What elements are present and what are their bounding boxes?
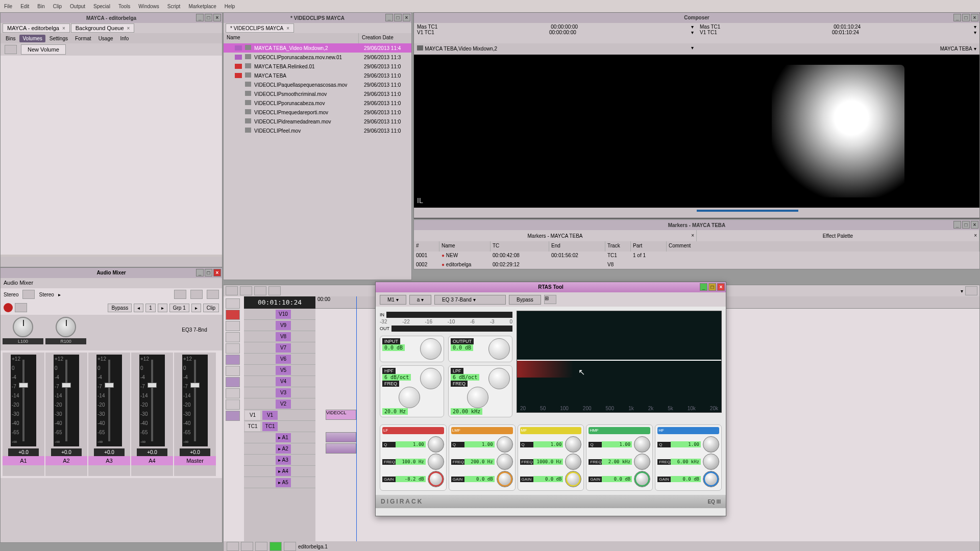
tool-icon[interactable] [226, 321, 240, 331]
max-icon[interactable]: □ [962, 221, 970, 229]
subtab-info[interactable]: Info [117, 35, 132, 42]
min-icon[interactable]: _ [953, 221, 961, 229]
fader[interactable] [19, 383, 28, 388]
project-tab[interactable]: Background Queue× [71, 23, 135, 33]
chevron-down-icon[interactable]: ▾ [691, 45, 694, 51]
tool-icon[interactable] [226, 366, 240, 376]
menu-windows[interactable]: Windows [138, 4, 159, 9]
volume-view-icon[interactable] [5, 45, 17, 54]
close-icon[interactable]: × [717, 283, 725, 291]
tl-icon[interactable] [965, 286, 977, 295]
min-icon[interactable]: _ [953, 14, 961, 21]
hpf-slope-knob[interactable] [420, 368, 442, 389]
close-icon[interactable]: × [971, 221, 978, 229]
close-icon[interactable]: × [286, 26, 289, 31]
mixer-mode[interactable] [15, 303, 27, 312]
freq-knob[interactable] [497, 454, 513, 470]
fader[interactable] [105, 383, 114, 388]
record-button[interactable] [4, 303, 13, 312]
rec-v1[interactable]: V1 [262, 411, 278, 420]
play-icon[interactable]: ▸ [58, 292, 61, 297]
tool-record-icon[interactable] [226, 310, 240, 320]
track-selector[interactable]: V3 [276, 388, 291, 397]
menu-marketplace[interactable]: Marketplace [188, 4, 216, 9]
gain-knob[interactable] [634, 471, 650, 487]
track-selector[interactable]: V10 [276, 310, 291, 319]
pan-knob-right[interactable] [56, 317, 76, 337]
lpf-freq-knob[interactable] [467, 387, 488, 408]
input-knob[interactable] [420, 338, 442, 360]
page-next[interactable]: ▸ [158, 304, 167, 312]
lpf-slope-knob[interactable] [488, 368, 510, 389]
bin-row[interactable]: VIDEOCLIPaquellaspequenascosas.mov29/06/… [224, 80, 411, 89]
track-selector[interactable]: V7 [276, 343, 291, 353]
close-icon[interactable]: × [403, 14, 410, 21]
track-selector[interactable]: V5 [276, 366, 291, 375]
chevron-down-icon[interactable]: ▾ [974, 24, 976, 30]
menu-script[interactable]: Script [167, 4, 181, 9]
max-icon[interactable]: □ [205, 269, 212, 277]
new-volume-button[interactable]: New Volume [21, 44, 66, 55]
min-icon[interactable]: _ [385, 14, 393, 21]
marker-row[interactable]: 0001● NEW00:00:42:0800:01:56:02TC11 of 1 [414, 252, 979, 261]
output-knob[interactable] [488, 338, 510, 360]
q-knob[interactable] [497, 436, 513, 453]
bypass-button[interactable]: Bypass [108, 304, 132, 312]
bin-row[interactable]: VIDEOCLIPfeel.mov29/06/2013 11:0 [224, 126, 411, 135]
preset-dropdown[interactable]: EQ 3 7-Band ▾ [434, 295, 506, 305]
gain-knob[interactable] [703, 471, 719, 487]
source-name[interactable]: MAYCA TEBA,Video Mixdown,2 ▾ [414, 43, 697, 55]
close-icon[interactable]: × [127, 26, 130, 31]
playhead[interactable] [356, 296, 357, 541]
fader[interactable] [62, 383, 71, 388]
mixer-icon[interactable] [174, 290, 186, 299]
clip-button[interactable]: Clip [203, 304, 219, 312]
bin-row[interactable]: VIDEOCLIPporunacabeza.mov29/06/2013 11:0 [224, 98, 411, 108]
subtab-bins[interactable]: Bins [3, 35, 18, 42]
col-name[interactable]: Name [224, 33, 359, 43]
level-value[interactable]: +0.0 [180, 448, 210, 456]
track-dropdown[interactable]: M1 ▾ [380, 295, 406, 305]
group-next[interactable]: ▸ [191, 304, 201, 312]
max-icon[interactable]: □ [394, 14, 402, 21]
pan-knob-left[interactable] [13, 317, 33, 337]
track-selector[interactable]: ▸ A4 [276, 467, 291, 476]
track-selector[interactable]: V4 [276, 377, 291, 386]
strip-name[interactable]: Master [174, 456, 216, 465]
menu-help[interactable]: Help [225, 4, 235, 9]
level-value[interactable]: +0.0 [8, 448, 39, 456]
chevron-down-icon[interactable]: ▾ [961, 288, 963, 294]
menu-output[interactable]: Output [70, 4, 85, 9]
source-viewer[interactable]: IL [414, 55, 697, 208]
track-selector[interactable]: V8 [276, 332, 291, 341]
bypass-button[interactable]: Bypass [509, 295, 541, 305]
mixer-icon[interactable] [190, 290, 203, 299]
close-icon[interactable]: × [62, 26, 65, 31]
settings-icon[interactable]: ⊞ [544, 295, 556, 304]
bin-row[interactable]: VIDEOCLIPporunacabeza.mov.new.0129/06/20… [224, 53, 411, 62]
strip-name[interactable]: A4 [131, 456, 173, 465]
tl-icon[interactable] [284, 542, 296, 551]
project-tab[interactable]: MAYCA - editorbelga× [3, 23, 70, 33]
subtab-volumes[interactable]: Volumes [19, 35, 45, 42]
clip-audio[interactable] [326, 443, 356, 454]
tool-icon[interactable] [226, 388, 240, 398]
strip-name[interactable]: A3 [88, 456, 130, 465]
min-icon[interactable]: _ [196, 14, 204, 21]
bin-row[interactable]: VIDEOCLIPmequedareporti.mov29/06/2013 11… [224, 108, 411, 117]
chevron-down-icon[interactable]: ▾ [691, 30, 694, 35]
menu-clip[interactable]: Clip [53, 4, 62, 9]
bin-tab[interactable]: * VIDEOCLIPS MAYCA× [226, 23, 294, 33]
tl-icon[interactable] [227, 542, 239, 551]
tab-markers[interactable]: Markers - MAYCA TEBA× [414, 230, 697, 241]
strip-name[interactable]: A1 [3, 456, 44, 465]
q-knob[interactable] [634, 436, 650, 453]
strip-name[interactable]: A2 [45, 456, 87, 465]
close-icon[interactable]: × [213, 269, 221, 277]
menu-edit[interactable]: Edit [20, 4, 29, 9]
menu-file[interactable]: File [4, 4, 12, 9]
chevron-down-icon[interactable]: ▾ [974, 46, 976, 52]
menu-tools[interactable]: Tools [118, 4, 130, 9]
max-icon[interactable]: □ [962, 14, 970, 21]
marker-row[interactable]: 0002● editorbelga00:02:29:12V8 [414, 261, 979, 270]
